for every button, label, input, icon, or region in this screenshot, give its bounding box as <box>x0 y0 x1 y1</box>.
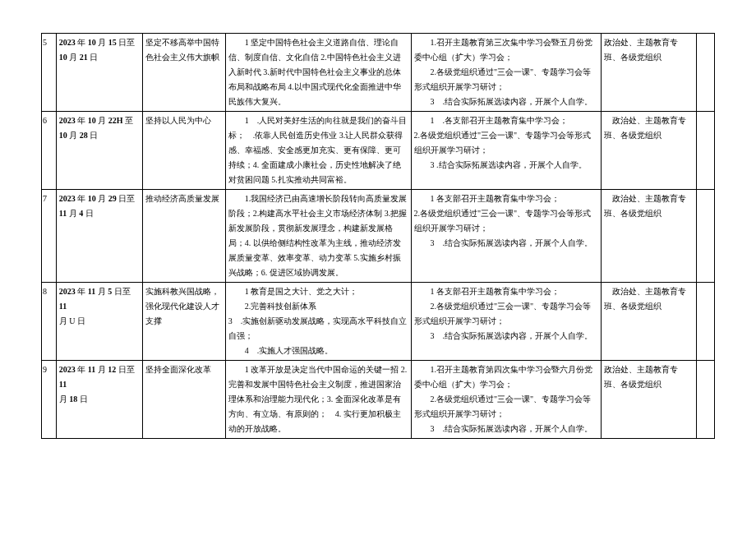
row-number: 5 <box>42 34 57 112</box>
study-cell: 1 各支部召开主题教育集中学习会； 2.各级党组织通过"三会一课"、专题学习会等… <box>411 190 601 283</box>
tail-cell <box>697 190 715 283</box>
study-cell: 1.召开主题教育第四次集中学习会暨六月份党委中心组（扩大）学习会； 2.各级党组… <box>411 361 601 439</box>
table-row: 8 2023 年 11 月 5 日至 11 月 U 日 实施科教兴国战略，强化现… <box>42 283 715 361</box>
table-row: 9 2023 年 11 月 12 日至 11 月 18 日 坚持全面深化改革 1… <box>42 361 715 439</box>
theme-cell: 坚定不移高举中国特色社会主义伟大旗帜 <box>142 34 225 112</box>
table-row: 6 2023 年 10 月 22H 至 10 月 28 日 坚持以人民为中心 1… <box>42 112 715 190</box>
responsible-cell: 政治处、主题教育专班、各级党组织 <box>601 283 697 361</box>
row-number: 6 <box>42 112 57 190</box>
tail-cell <box>697 34 715 112</box>
theme-cell: 实施科教兴国战略，强化现代化建设人才支撑 <box>142 283 225 361</box>
document-page: 5 2023 年 10 月 15 日至 10 月 21 日 坚定不移高举中国特色… <box>0 0 756 535</box>
responsible-cell: 政治处、主题教育专班、各级党组织 <box>601 34 697 112</box>
theme-cell: 坚持以人民为中心 <box>142 112 225 190</box>
keypoints-cell: 1.我国经济已由高速增长阶段转向高质量发展阶段；2.构建高水平社会主义市场经济体… <box>225 190 411 283</box>
keypoints-cell: 1 .人民对美好生活的向往就是我们的奋斗目标； .依靠人民创造历史伟业 3.让人… <box>225 112 411 190</box>
date-cell: 2023 年 11 月 12 日至 11 月 18 日 <box>56 361 142 439</box>
tail-cell <box>697 283 715 361</box>
row-number: 9 <box>42 361 57 439</box>
table-row: 7 2023 年 10 月 29 日至 11 月 4 日 推动经济高质量发展 1… <box>42 190 715 283</box>
row-number: 7 <box>42 190 57 283</box>
date-cell: 2023 年 10 月 29 日至 11 月 4 日 <box>56 190 142 283</box>
responsible-cell: 政治处、主题教育专班、各级党组织 <box>601 112 697 190</box>
theme-cell: 坚持全面深化改革 <box>142 361 225 439</box>
study-cell: 1 .各支部召开主题教育集中学习会； 2.各级党组织通过"三会一课"、专题学习会… <box>411 112 601 190</box>
tail-cell <box>697 361 715 439</box>
keypoints-cell: 1 坚定中国特色社会主义道路自信、理论自信、制度自信、文化自信 2.中国特色社会… <box>225 34 411 112</box>
schedule-table: 5 2023 年 10 月 15 日至 10 月 21 日 坚定不移高举中国特色… <box>41 33 715 439</box>
study-cell: 1 各支部召开主题教育集中学习会； 2.各级党组织通过"三会一课"、专题学习会等… <box>411 283 601 361</box>
keypoints-cell: 1 教育是国之大计、党之大计； 2.完善科技创新体系 3 .实施创新驱动发展战略… <box>225 283 411 361</box>
responsible-cell: 政治处、主题教育专班、各级党组织 <box>601 190 697 283</box>
responsible-cell: 政治处、主题教育专班、各级党组织 <box>601 361 697 439</box>
theme-cell: 推动经济高质量发展 <box>142 190 225 283</box>
keypoints-cell: 1 改革开放是决定当代中国命运的关键一招 2.完善和发展中国特色社会主义制度，推… <box>225 361 411 439</box>
date-cell: 2023 年 10 月 22H 至 10 月 28 日 <box>56 112 142 190</box>
date-cell: 2023 年 10 月 15 日至 10 月 21 日 <box>56 34 142 112</box>
tail-cell <box>697 112 715 190</box>
study-cell: 1.召开主题教育第三次集中学习会暨五月份党委中心组（扩大）学习会； 2.各级党组… <box>411 34 601 112</box>
row-number: 8 <box>42 283 57 361</box>
table-row: 5 2023 年 10 月 15 日至 10 月 21 日 坚定不移高举中国特色… <box>42 34 715 112</box>
date-cell: 2023 年 11 月 5 日至 11 月 U 日 <box>56 283 142 361</box>
